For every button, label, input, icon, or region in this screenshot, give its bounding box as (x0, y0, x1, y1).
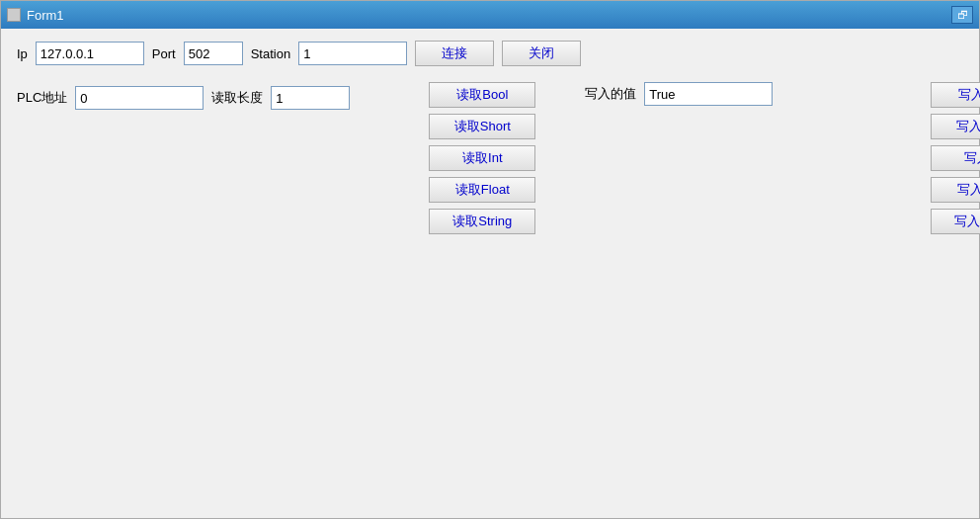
write-float-button[interactable]: 写入Float (931, 177, 980, 203)
read-buttons: 读取Bool 读取Short 读取Int 读取Float 读取String (429, 82, 535, 234)
read-len-input[interactable] (271, 86, 350, 110)
window-title: Form1 (27, 8, 64, 23)
write-short-button[interactable]: 写入Short (931, 114, 980, 139)
connect-button[interactable]: 连接 (415, 41, 494, 66)
title-bar: Form1 🗗 (1, 1, 979, 29)
main-window: Form1 🗗 Ip Port Station 连接 关闭 PLC地址 读取长度 (0, 0, 980, 519)
connection-row: Ip Port Station 连接 关闭 (17, 41, 963, 66)
write-value-section: 写入的值 (585, 82, 773, 106)
ip-label: Ip (17, 46, 28, 61)
plc-addr-label: PLC地址 (17, 89, 67, 107)
write-bool-button[interactable]: 写入Bool (931, 82, 980, 108)
read-short-button[interactable]: 读取Short (429, 114, 535, 139)
close-button[interactable]: 关闭 (502, 41, 581, 66)
station-input[interactable] (298, 42, 407, 65)
read-float-button[interactable]: 读取Float (429, 177, 535, 203)
write-buttons: 写入Bool 写入Short 写入Int 写入Float 写入String (931, 82, 980, 234)
title-bar-title: Form1 (7, 8, 64, 23)
ip-input[interactable] (36, 42, 144, 65)
read-string-button[interactable]: 读取String (429, 209, 535, 234)
content-area: Ip Port Station 连接 关闭 PLC地址 读取长度 读取Bool … (1, 29, 979, 518)
read-len-label: 读取长度 (211, 89, 263, 107)
port-label: Port (152, 46, 176, 61)
title-bar-controls: 🗗 (951, 6, 973, 24)
restore-button[interactable]: 🗗 (951, 6, 973, 24)
port-input[interactable] (184, 42, 243, 65)
plc-addr-input[interactable] (75, 86, 204, 110)
write-string-button[interactable]: 写入String (931, 209, 980, 234)
read-bool-button[interactable]: 读取Bool (429, 82, 535, 108)
write-value-label: 写入的值 (585, 85, 636, 103)
read-int-button[interactable]: 读取Int (429, 145, 535, 171)
station-label: Station (251, 46, 290, 61)
plc-controls-row: PLC地址 读取长度 读取Bool 读取Short 读取Int 读取Float … (17, 82, 963, 234)
write-int-button[interactable]: 写入Int (931, 145, 980, 171)
window-icon (7, 8, 21, 22)
write-value-input[interactable] (644, 82, 773, 106)
address-section: PLC地址 读取长度 (17, 86, 350, 110)
